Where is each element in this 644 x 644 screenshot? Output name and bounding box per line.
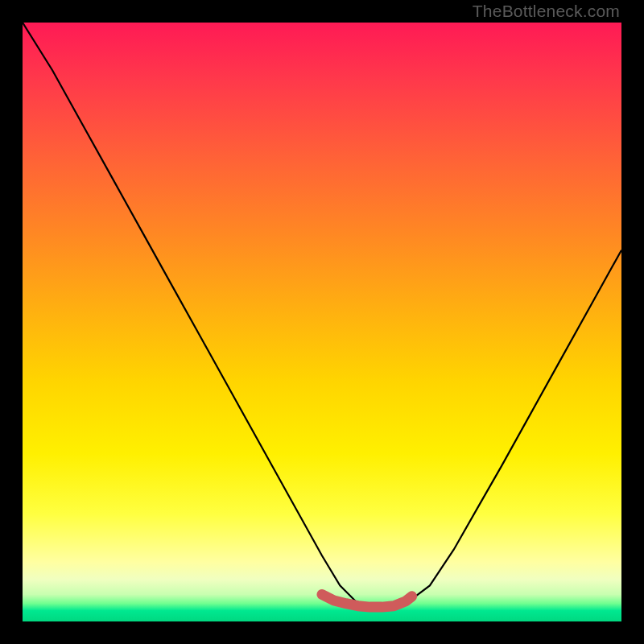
plot-area: [23, 23, 621, 621]
bottleneck-curve: [23, 23, 621, 609]
watermark-text: TheBottleneck.com: [473, 2, 620, 21]
chart-svg: [23, 23, 621, 621]
valley-highlight: [322, 595, 412, 608]
chart-frame: TheBottleneck.com: [0, 0, 644, 644]
